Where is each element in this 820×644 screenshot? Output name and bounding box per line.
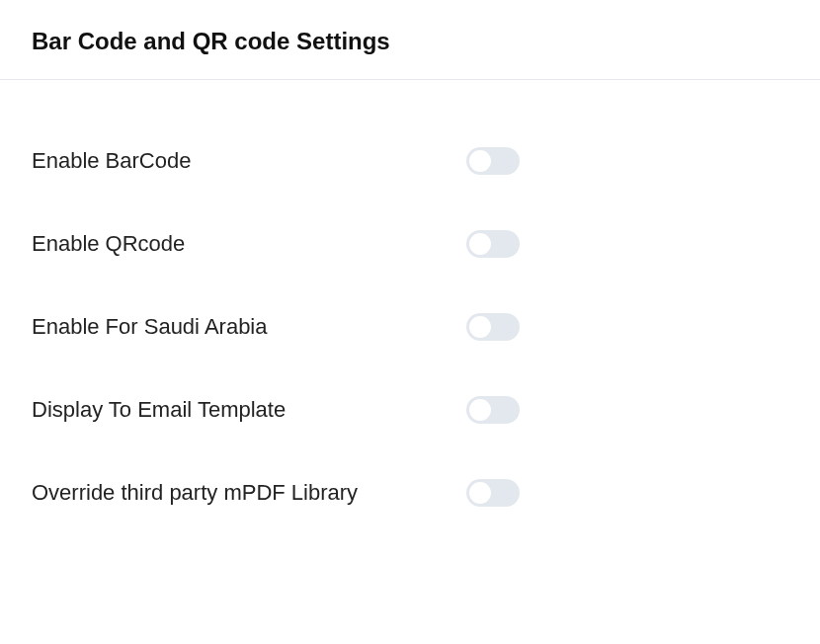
- setting-display-email-template: Display To Email Template: [32, 368, 788, 451]
- toggle-display-email-template[interactable]: [466, 396, 520, 424]
- toggle-knob: [469, 150, 491, 172]
- setting-label: Enable For Saudi Arabia: [32, 314, 466, 340]
- toggle-enable-barcode[interactable]: [466, 147, 520, 175]
- settings-list: Enable BarCode Enable QRcode Enable For …: [0, 80, 820, 574]
- settings-header: Bar Code and QR code Settings: [0, 0, 820, 80]
- setting-enable-saudi-arabia: Enable For Saudi Arabia: [32, 285, 788, 368]
- setting-enable-barcode: Enable BarCode: [32, 120, 788, 202]
- toggle-enable-saudi-arabia[interactable]: [466, 313, 520, 341]
- page-title: Bar Code and QR code Settings: [32, 28, 788, 55]
- toggle-knob: [469, 316, 491, 338]
- toggle-knob: [469, 399, 491, 421]
- toggle-knob: [469, 233, 491, 255]
- setting-label: Display To Email Template: [32, 397, 466, 423]
- toggle-override-mpdf[interactable]: [466, 479, 520, 507]
- setting-override-mpdf: Override third party mPDF Library: [32, 451, 788, 534]
- setting-label: Enable QRcode: [32, 231, 466, 257]
- toggle-knob: [469, 482, 491, 504]
- setting-label: Override third party mPDF Library: [32, 480, 466, 506]
- setting-label: Enable BarCode: [32, 148, 466, 174]
- setting-enable-qrcode: Enable QRcode: [32, 202, 788, 285]
- toggle-enable-qrcode[interactable]: [466, 230, 520, 258]
